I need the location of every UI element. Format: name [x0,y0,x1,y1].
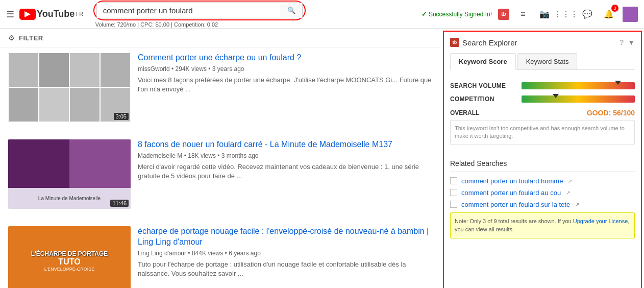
competition-label: COMPETITION [450,95,522,103]
video-list: 3:05 Comment porter une écharpe ou un fo… [0,47,441,288]
search-volume-bar [522,82,635,89]
filter-icon[interactable]: ⚙ [8,34,15,42]
search-button[interactable]: 🔍 [281,4,302,17]
related-link-2[interactable]: comment porter un foulard sur la tete [461,201,570,208]
tb-logo-icon[interactable]: tb [498,9,509,20]
table-row: La Minute de Mademoiselle 11:46 8 facons… [8,139,433,214]
score-bar-bg [522,95,635,103]
video-meta: Ling Ling d'amour • 844K views • 6 years… [138,250,433,257]
table-row: 3:05 Comment porter une écharpe ou un fo… [8,53,433,127]
chevron-down-icon[interactable]: ▼ [628,38,635,46]
video-desc: Tuto pour l'écharpe de portage : utilisa… [138,260,433,278]
filter-label: FILTER [19,34,43,42]
yt-logo-text: YouTube [37,9,75,19]
related-searches-list: comment porter un foulard homme ↗ commen… [450,177,635,208]
panel-logo: tb Search Explorer [450,38,517,47]
video-title[interactable]: Comment porter une écharpe ou un foulard… [138,53,433,63]
score-marker [553,94,559,98]
note-text: Note: Only 3 of 9 total results are show… [455,218,573,224]
search-volume-row: SEARCH VOLUME [450,82,635,89]
search-wrapper: 🔍 Volume: 720/mo | CPC: $0.00 | Competit… [93,1,349,28]
video-thumbnail[interactable]: L'ÉCHARPE DE PORTAGE TUTO L'ENVELOPPÉ-CR… [8,226,131,288]
search-circle: 🔍 [93,1,306,20]
related-searches-header: Related Searches [450,155,635,172]
tabs: Keyword Score Keyword Stats [450,53,635,70]
topbar-right: Successfully Signed In! tb ≡ 📷 ⋮⋮⋮ 💬 🔔 3 [422,7,638,22]
overall-desc: This keyword isn't too competitive and h… [450,120,635,145]
panel-title: Search Explorer [462,38,517,47]
notif-badge: 3 [611,5,618,12]
topbar: ☰ YouTubeFR 🔍 Volume: 720/mo | CPC: $0.0… [0,0,644,29]
video-thumbnail[interactable]: La Minute de Mademoiselle 11:46 [8,139,131,209]
youtube-logo[interactable]: YouTubeFR [19,9,83,20]
upgrade-link[interactable]: Upgrade your License [573,218,628,224]
content-area: ⚙ FILTER 3:05 [0,29,441,288]
list-item: comment porter un foulard homme ↗ [450,177,635,185]
grid-icon[interactable]: ⋮⋮⋮ [558,7,574,22]
yt-play-icon [19,9,36,20]
thumb-grid [8,53,131,122]
panel-actions: ? ▼ [620,38,635,46]
video-title[interactable]: écharpe de portage nouage facile : l'env… [138,226,433,248]
list-item: comment porter un foulard sur la tete ↗ [450,201,635,208]
external-link-icon: ↗ [566,190,570,196]
note-box: Note: Only 3 of 9 total results are show… [450,212,635,238]
chat-icon[interactable]: 💬 [580,7,595,22]
competition-row: COMPETITION [450,95,635,103]
list-item: comment porter un foulard au cou ↗ [450,189,635,197]
search-volume-label: SEARCH VOLUME [450,82,522,89]
panel-header: tb Search Explorer ? ▼ [450,38,635,47]
external-link-icon: ↗ [575,202,579,207]
tab-keyword-score[interactable]: Keyword Score [450,53,516,70]
video-duration: 3:05 [114,113,129,120]
avatar[interactable] [623,7,638,22]
related-checkbox-1[interactable] [450,189,457,196]
signed-in-text: Successfully Signed In! [422,11,492,18]
score-marker [615,81,621,85]
yt-logo-sup: FR [76,11,83,17]
tab-keyword-stats[interactable]: Keyword Stats [517,53,578,69]
search-meta: Volume: 720/mo | CPC: $0.00 | Competitio… [95,21,349,28]
menu-lines-icon[interactable]: ≡ [515,7,531,22]
related-link-0[interactable]: comment porter un foulard homme [461,177,563,185]
overall-row: OVERALL GOOD: 56/100 [450,109,635,117]
sidebar-panel: tb Search Explorer ? ▼ Keyword Score Key… [443,31,642,288]
help-icon[interactable]: ? [620,38,624,46]
video-desc: Merci d'avoir regardé cette vidéo. Recev… [138,162,433,181]
video-meta: missGworld • 294K views • 3 years ago [138,65,433,73]
related-checkbox-0[interactable] [450,177,457,184]
related-link-1[interactable]: comment porter un foulard au cou [461,189,561,197]
video-info: Comment porter une écharpe ou un foulard… [138,53,433,122]
external-link-icon: ↗ [568,178,572,184]
score-section: SEARCH VOLUME COMPETITION OVERALL GOOD: [450,77,635,155]
video-duration: 11:46 [110,200,129,207]
main-wrapper: ⚙ FILTER 3:05 [0,29,644,288]
score-bar-bg [522,82,635,89]
bell-icon[interactable]: 🔔 3 [601,7,616,22]
video-desc: Voici mes 8 façons préférées de porter u… [138,76,433,94]
search-bar: 🔍 [96,3,303,18]
camera-icon[interactable]: 📷 [537,7,552,22]
video-info: écharpe de portage nouage facile : l'env… [138,226,433,288]
related-checkbox-2[interactable] [450,201,457,208]
filter-bar: ⚙ FILTER [0,29,441,47]
overall-value: GOOD: 56/100 [587,109,635,117]
video-meta: Mademoiselle M • 18K views • 3 months ag… [138,152,433,159]
video-title[interactable]: 8 facons de nouer un foulard carré - La … [138,139,433,150]
overall-label: OVERALL [450,109,522,116]
panel-logo-icon: tb [450,38,459,47]
competition-bar [522,95,635,103]
video-thumbnail[interactable]: 3:05 [8,53,131,122]
search-input[interactable] [97,3,281,18]
table-row: L'ÉCHARPE DE PORTAGE TUTO L'ENVELOPPÉ-CR… [8,226,433,288]
video-info: 8 facons de nouer un foulard carré - La … [138,139,433,209]
menu-icon[interactable]: ☰ [6,9,14,20]
